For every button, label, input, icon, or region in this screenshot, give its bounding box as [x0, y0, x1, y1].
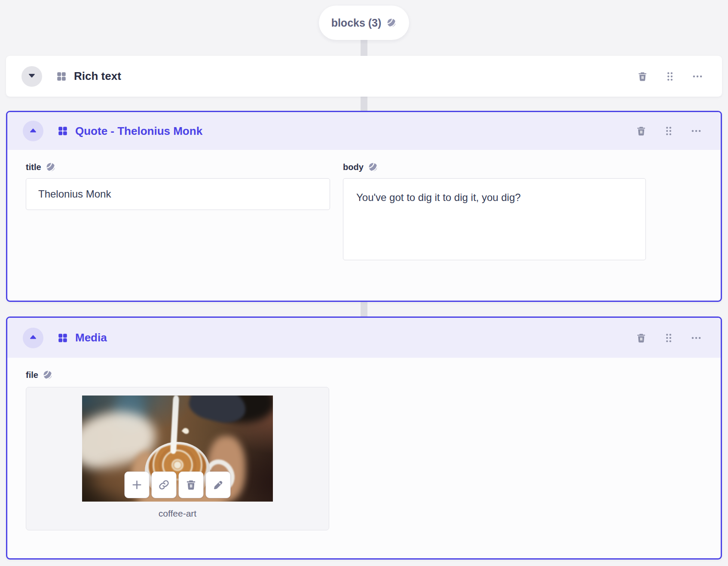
delete-file-button[interactable]	[179, 472, 204, 498]
field-label-text: file	[26, 370, 38, 380]
block-connector	[361, 39, 367, 57]
blocks-count-label: blocks (3)	[331, 17, 382, 29]
blocks-grid-icon	[57, 125, 68, 137]
delete-block-button[interactable]	[634, 331, 648, 345]
drag-dots-icon	[663, 131, 674, 138]
blocks-grid-icon	[57, 332, 68, 344]
file-caption: coffee-art	[159, 508, 196, 519]
drag-handle[interactable]	[661, 124, 676, 138]
triangle-up-icon	[28, 332, 38, 343]
field-label-text: title	[26, 162, 41, 172]
link-icon	[158, 479, 170, 491]
plus-icon	[131, 479, 143, 491]
pencil-icon	[212, 479, 224, 491]
triangle-up-icon	[28, 126, 38, 137]
block-header-quote[interactable]: Quote - Thelonius Monk	[7, 112, 721, 150]
add-file-button[interactable]	[125, 472, 150, 498]
block-connector	[361, 301, 367, 317]
edit-file-button[interactable]	[206, 472, 231, 498]
block-card-quote: Quote - Thelonius Monk title	[6, 111, 722, 302]
field-label-body: body	[343, 162, 646, 172]
drag-dots-icon	[663, 338, 674, 345]
delete-block-button[interactable]	[635, 69, 650, 84]
photo-latte-art-shape	[182, 427, 190, 435]
drag-dots-icon	[664, 77, 676, 83]
globe-icon	[386, 18, 397, 28]
file-upload-card: coffee-art	[26, 387, 329, 530]
block-menu-button[interactable]	[689, 124, 704, 138]
ellipsis-icon	[691, 131, 702, 138]
body-textarea[interactable]: You've got to dig it to dig it, you dig?	[343, 178, 646, 260]
blocks-grid-icon	[56, 71, 67, 82]
trash-icon	[185, 479, 197, 491]
ellipsis-icon	[691, 338, 702, 345]
block-menu-button[interactable]	[690, 69, 705, 84]
title-input[interactable]	[26, 178, 330, 210]
trash-icon	[636, 338, 647, 345]
block-card-media: Media file	[6, 316, 722, 560]
globe-icon	[46, 162, 56, 172]
globe-icon	[43, 370, 53, 380]
trash-icon	[637, 77, 648, 83]
drag-handle[interactable]	[663, 69, 677, 84]
block-title: Media	[75, 331, 107, 344]
block-menu-button[interactable]	[689, 331, 704, 345]
field-label-file: file	[26, 370, 721, 380]
drag-handle[interactable]	[661, 331, 676, 345]
globe-icon	[368, 162, 378, 172]
link-file-button[interactable]	[152, 472, 177, 498]
ellipsis-icon	[692, 77, 703, 83]
block-title: Quote - Thelonius Monk	[75, 125, 202, 138]
block-header-rich-text[interactable]: Rich text	[6, 56, 722, 97]
collapse-toggle-button[interactable]	[21, 66, 42, 87]
block-title: Rich text	[74, 70, 121, 83]
collapse-toggle-button[interactable]	[23, 121, 43, 141]
field-label-title: title	[26, 162, 330, 172]
delete-block-button[interactable]	[634, 124, 648, 138]
block-connector	[361, 96, 367, 112]
collapse-toggle-button[interactable]	[23, 328, 43, 348]
triangle-down-icon	[27, 71, 37, 82]
blocks-field-label-pill: blocks (3)	[319, 6, 409, 40]
file-action-toolbar	[125, 472, 231, 498]
blocks-field-editor: blocks (3) Rich text	[0, 0, 728, 566]
file-thumbnail[interactable]	[82, 396, 273, 502]
field-label-text: body	[343, 162, 364, 172]
trash-icon	[636, 131, 647, 138]
block-header-media[interactable]: Media	[7, 318, 721, 358]
block-card-rich-text: Rich text	[6, 56, 722, 97]
